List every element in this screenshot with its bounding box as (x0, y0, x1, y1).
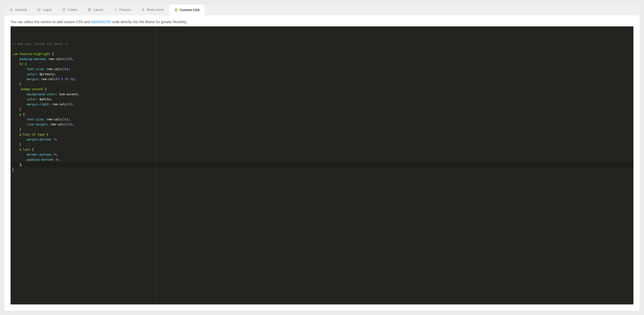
target-icon (141, 8, 145, 12)
editor-line[interactable]: color: $primary; (11, 72, 633, 77)
editor-line[interactable]: } (11, 167, 633, 172)
tab-bar: GeneralLogosColorsLayoutFaviconMenu Icon… (4, 4, 640, 15)
editor-caret (21, 163, 21, 167)
sliders-icon (10, 8, 13, 12)
editor-line[interactable]: p:last-of-type { (11, 132, 633, 137)
description-post: code directly into the theme for greater… (111, 20, 187, 24)
editor-line[interactable]: border-bottom: 0; (11, 152, 633, 157)
css3-icon (174, 8, 178, 12)
editor-line[interactable]: margin-right: rem-calc(5); (11, 102, 633, 107)
css-code-editor[interactable]: /* Add your custom CSS here! */ .sm-feat… (11, 26, 633, 304)
settings-panel: GeneralLogosColorsLayoutFaviconMenu Icon… (4, 4, 640, 311)
editor-line[interactable]: p { (11, 112, 633, 117)
tab-label: General (15, 8, 27, 12)
editor-line[interactable]: } (11, 107, 633, 112)
tab-custom-css[interactable]: Custom CSS (169, 5, 205, 15)
description: You can utilize this section to add cust… (11, 20, 633, 24)
description-pre: You can utilize this section to add cust… (11, 20, 91, 24)
svg-point-4 (12, 9, 12, 10)
editor-line[interactable]: margin-bottom: 0; (11, 137, 633, 142)
tab-colors[interactable]: Colors (57, 4, 83, 15)
svg-point-7 (38, 9, 39, 10)
tab-content: You can utilize this section to add cust… (4, 15, 640, 311)
palette-icon (62, 8, 66, 12)
image-icon (37, 8, 41, 12)
editor-line[interactable]: padding-bottom: 0; (11, 157, 633, 162)
svg-rect-12 (90, 8, 91, 9)
sass-scss-link[interactable]: SASS/SCSS (91, 20, 111, 24)
tab-menu-icons[interactable]: Menu Icons (136, 4, 169, 15)
editor-line[interactable]: /* Add your custom CSS here! */ (11, 41, 633, 47)
tab-label: Menu Icons (147, 8, 164, 12)
tab-label: Logos (43, 8, 52, 12)
svg-point-9 (64, 9, 64, 9)
tab-label: Custom CSS (180, 8, 200, 12)
editor-line[interactable]: .sm-feature-highlight { (11, 52, 633, 57)
editor-line[interactable]: background-color: $sm-ascent; (11, 92, 633, 97)
editor-line[interactable]: .badge-ascent { (11, 87, 633, 92)
editor-line[interactable]: font-size: rem-calc(28); (11, 67, 633, 72)
editor-line[interactable]: } (11, 162, 633, 167)
tab-label: Colors (68, 8, 77, 12)
svg-point-16 (143, 9, 144, 10)
tab-layout[interactable]: Layout (83, 4, 108, 15)
editor-line[interactable]: &.last { (11, 147, 633, 152)
tab-logos[interactable]: Logos (32, 4, 57, 15)
svg-point-8 (63, 9, 63, 10)
editor-line[interactable]: } (11, 127, 633, 132)
editor-line[interactable]: } (11, 82, 633, 87)
editor-line[interactable] (11, 47, 633, 52)
tab-label: Favicon (119, 8, 131, 12)
tab-favicon[interactable]: Favicon (108, 4, 136, 15)
editor-line[interactable]: } (11, 142, 633, 147)
editor-line[interactable]: padding-bottom: rem-calc(200); (11, 57, 633, 62)
tab-label: Layout (93, 8, 103, 12)
tab-general[interactable]: General (4, 4, 32, 15)
svg-point-5 (10, 10, 11, 11)
editor-line[interactable]: font-size: rem-calc(18); (11, 117, 633, 122)
upload-icon (114, 8, 117, 12)
editor-line[interactable]: color: $white; (11, 97, 633, 102)
grid-icon (88, 8, 91, 12)
svg-point-10 (64, 9, 65, 9)
editor-line[interactable]: margin: rem-calc(0 0 30 0); (11, 77, 633, 82)
svg-rect-13 (88, 10, 89, 11)
svg-rect-11 (88, 8, 89, 9)
svg-rect-14 (90, 10, 91, 11)
editor-line[interactable]: line-height: rem-calc(26); (11, 122, 633, 127)
svg-point-3 (11, 9, 11, 9)
editor-line[interactable]: h3 { (11, 62, 633, 67)
